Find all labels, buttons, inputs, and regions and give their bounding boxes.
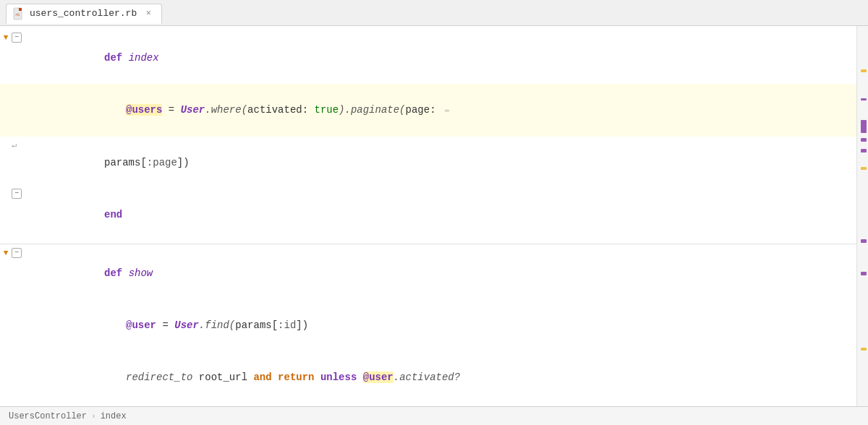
- line-content: @microposts = @user.microposts.paginate(…: [43, 403, 856, 406]
- line-gutter: ▼ −: [0, 247, 43, 259]
- scroll-indicator: [861, 120, 867, 133]
- line-content: end: [43, 189, 856, 241]
- ruby-file-icon: rb: [12, 7, 25, 20]
- tab-close-button[interactable]: ×: [142, 8, 154, 20]
- code-lines: ▼ − def index @users = User.where(activa…: [0, 26, 856, 406]
- scroll-indicator: [861, 138, 867, 142]
- scroll-indicator: [861, 98, 867, 100]
- line-gutter: −: [0, 189, 43, 199]
- method-divider: [0, 244, 856, 244]
- editor-area: ▼ − def index @users = User.where(activa…: [0, 26, 868, 406]
- code-line: ▼ − def index: [0, 32, 856, 84]
- line-content: @user = User.find(params[:id]): [43, 299, 856, 351]
- method-name-index: index: [129, 52, 159, 64]
- keyword-and: and: [253, 372, 271, 383]
- keyword-def: def: [104, 52, 129, 64]
- scroll-indicator: [861, 239, 867, 243]
- tab-filename: users_controller.rb: [30, 8, 137, 19]
- breadcrumb-method: index: [101, 411, 127, 421]
- line-gutter: ▼ −: [0, 32, 43, 43]
- instance-var-user2: @user: [363, 372, 393, 383]
- svg-rect-1: [19, 8, 22, 11]
- code-line: redirect_to root_url and return unless @…: [0, 351, 856, 403]
- breadcrumb: UsersController › index: [9, 411, 127, 421]
- svg-text:rb: rb: [15, 12, 20, 17]
- breadcrumb-separator: ›: [91, 412, 96, 421]
- line-content: def show: [43, 247, 856, 299]
- status-bar: UsersController › index: [0, 406, 868, 425]
- fold-arrow-show[interactable]: ▼: [0, 247, 12, 259]
- line-gutter: ↵: [0, 137, 43, 154]
- breadcrumb-controller: UsersController: [9, 411, 87, 421]
- code-line: @user = User.find(params[:id]): [0, 299, 856, 351]
- line-content: params[:page]): [43, 137, 856, 189]
- line-content: @users = User.where(activated: true).pag…: [43, 84, 856, 137]
- keyword-unless: unless: [320, 372, 357, 383]
- tab-bar: rb users_controller.rb ×: [0, 0, 868, 26]
- file-tab[interactable]: rb users_controller.rb ×: [6, 4, 162, 24]
- keyword-def: def: [104, 267, 129, 279]
- fold-box-index[interactable]: −: [12, 33, 22, 43]
- keyword-end: end: [104, 209, 122, 220]
- code-line-end: − end: [0, 189, 856, 241]
- fold-box-end[interactable]: −: [12, 189, 22, 199]
- class-user: User: [181, 104, 205, 116]
- code-line: ▼ − def show: [0, 247, 856, 299]
- code-content: ▼ − def index @users = User.where(activa…: [0, 26, 856, 406]
- pencil-icon: ✏: [445, 106, 450, 116]
- scroll-indicator: [861, 149, 867, 153]
- scroll-indicator: [861, 167, 867, 170]
- instance-var-user: @user: [126, 319, 156, 331]
- fold-box-show[interactable]: −: [12, 248, 22, 258]
- instance-var-users: @users: [126, 104, 162, 116]
- continuation-arrow: ↵: [12, 137, 17, 154]
- scroll-indicator: [861, 348, 867, 351]
- scrollbar[interactable]: [856, 26, 868, 406]
- line-content: redirect_to root_url and return unless @…: [43, 351, 856, 403]
- code-line-continuation: ↵ params[:page]): [0, 137, 856, 189]
- code-line-highlighted: @users = User.where(activated: true).pag…: [0, 84, 856, 137]
- method-name-show: show: [129, 267, 153, 279]
- scroll-indicator: [861, 69, 867, 72]
- fold-arrow-index[interactable]: ▼: [0, 32, 12, 43]
- keyword-return: return: [278, 372, 314, 383]
- code-line: @microposts = @user.microposts.paginate(…: [0, 403, 856, 406]
- scroll-indicator: [861, 272, 867, 275]
- line-content: def index: [43, 32, 856, 84]
